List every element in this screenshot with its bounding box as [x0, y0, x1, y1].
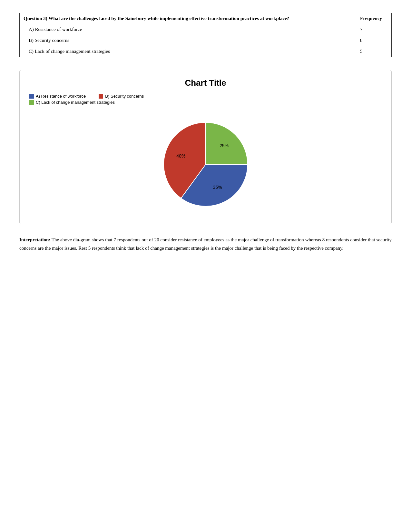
question-cell: Question 3) What are the challenges face…	[20, 13, 356, 24]
pie-label: 25%	[219, 143, 228, 148]
table-row: A) Resistance of workforce 7	[20, 24, 392, 35]
legend-item: B) Security concerns	[99, 94, 144, 99]
interpretation-text: The above dia-gram shows that 7 responde…	[19, 237, 392, 251]
table-row: B) Security concerns 8	[20, 35, 392, 46]
legend-swatch	[99, 94, 103, 99]
chart-legend: A) Resistance of workforce B) Security c…	[29, 94, 382, 105]
frequency-header: Frequency	[356, 13, 392, 24]
chart-container: Chart Title A) Resistance of workforce B…	[19, 70, 392, 224]
pie-label: 40%	[176, 153, 185, 159]
option-label: A) Resistance of workforce	[20, 24, 356, 35]
interpretation-label: Interpretation:	[19, 237, 50, 242]
legend-label: B) Security concerns	[105, 94, 144, 99]
option-frequency: 8	[356, 35, 392, 46]
option-frequency: 5	[356, 46, 392, 57]
interpretation-section: Interpretation: The above dia-gram shows…	[19, 236, 392, 252]
legend-item: A) Resistance of workforce	[29, 94, 86, 99]
chart-area: 25%35%40%	[29, 111, 382, 214]
survey-table: Question 3) What are the challenges face…	[19, 13, 392, 57]
legend-swatch	[29, 100, 34, 105]
pie-label: 35%	[213, 185, 222, 190]
option-label: B) Security concerns	[20, 35, 356, 46]
legend-item: C) Lack of change management strategies	[29, 100, 115, 105]
legend-label: A) Resistance of workforce	[36, 94, 86, 99]
legend-swatch	[29, 94, 34, 99]
chart-title: Chart Title	[29, 78, 382, 88]
legend-label: C) Lack of change management strategies	[36, 100, 115, 105]
table-row: C) Lack of change management strategies …	[20, 46, 392, 57]
option-frequency: 7	[356, 24, 392, 35]
pie-chart: 25%35%40%	[144, 111, 267, 214]
option-label: C) Lack of change management strategies	[20, 46, 356, 57]
